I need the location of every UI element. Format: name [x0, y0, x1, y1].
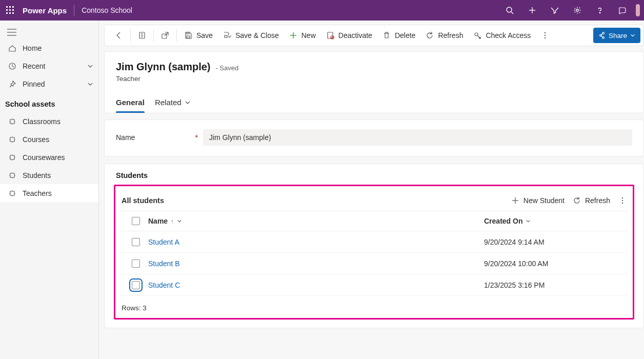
open-record-set-button[interactable] [133, 26, 151, 45]
subgrid-view-name[interactable]: All students [122, 196, 164, 205]
student-link[interactable]: Student C [148, 281, 180, 289]
svg-rect-25 [187, 36, 190, 38]
svg-rect-26 [187, 32, 189, 34]
required-indicator: * [195, 133, 198, 142]
refresh-icon [573, 196, 581, 205]
app-name: Power Apps [21, 6, 73, 15]
nav-courses[interactable]: Courses [0, 130, 98, 148]
table-row[interactable]: Student A 9/20/2024 9:14 AM [120, 231, 628, 253]
nav-recent-label: Recent [23, 62, 45, 70]
nav-item-label: Courses [23, 135, 49, 144]
more-vertical-icon [541, 31, 549, 39]
students-heading: Students [114, 169, 634, 185]
delete-label: Delete [395, 31, 415, 39]
delete-button[interactable]: Delete [377, 26, 420, 45]
svg-rect-4 [9, 9, 11, 11]
svg-point-39 [600, 34, 602, 36]
trash-icon [383, 31, 391, 39]
tab-general[interactable]: General [116, 94, 145, 113]
back-icon [115, 31, 123, 39]
nav-recent[interactable]: Recent [0, 57, 98, 75]
svg-rect-1 [9, 6, 11, 8]
row-checkbox[interactable] [125, 281, 147, 289]
students-subgrid-highlight: All students New Student Ref [114, 185, 634, 320]
nav-home[interactable]: Home [0, 39, 98, 57]
save-label: Save [196, 31, 213, 39]
new-student-button[interactable]: New Student [511, 196, 565, 205]
svg-point-38 [602, 32, 605, 34]
help-icon[interactable] [589, 0, 611, 21]
refresh-button[interactable]: Refresh [420, 26, 468, 45]
plus-icon [511, 196, 519, 205]
deactivate-button[interactable]: Deactivate [321, 26, 377, 45]
avatar[interactable] [636, 4, 640, 16]
home-icon [7, 44, 17, 52]
table-row[interactable]: Student C 1/23/2025 3:16 PM [120, 274, 628, 296]
puzzle-icon [7, 153, 17, 162]
tab-related[interactable]: Related [155, 94, 191, 113]
back-button[interactable] [110, 26, 128, 45]
subgrid-more-button[interactable] [618, 196, 627, 205]
puzzle-icon [7, 171, 17, 180]
select-all-checkbox[interactable] [125, 217, 147, 225]
save-button[interactable]: Save [179, 26, 218, 45]
assistant-icon[interactable] [611, 0, 634, 21]
deactivate-label: Deactivate [338, 31, 372, 39]
row-checkbox[interactable] [125, 260, 147, 268]
puzzle-icon [7, 135, 17, 144]
filter-icon[interactable] [544, 0, 566, 21]
created-on-cell: 1/23/2025 3:16 PM [484, 281, 628, 289]
save-close-label: Save & Close [235, 31, 279, 39]
app-launcher-icon[interactable] [0, 0, 21, 21]
students-section: Students All students New Student [104, 164, 644, 328]
svg-rect-6 [6, 12, 8, 14]
more-commands-button[interactable] [536, 26, 554, 45]
column-created-label: Created On [484, 217, 522, 225]
subgrid-refresh-label: Refresh [585, 196, 610, 205]
rows-count: 3 [143, 304, 147, 312]
student-link[interactable]: Student A [148, 238, 179, 246]
new-button[interactable]: New [284, 26, 321, 45]
svg-line-10 [511, 12, 513, 14]
svg-point-43 [622, 197, 623, 198]
add-icon[interactable] [521, 0, 544, 21]
check-access-icon [473, 31, 481, 39]
column-name-label: Name [148, 217, 168, 225]
record-set-icon [138, 31, 146, 39]
environment-name[interactable]: Contoso School [82, 6, 132, 14]
row-checkbox[interactable] [125, 238, 147, 246]
save-close-button[interactable]: Save & Close [218, 26, 284, 45]
nav-coursewares[interactable]: Coursewares [0, 148, 98, 166]
nav-pinned[interactable]: Pinned [0, 75, 98, 93]
nav-students[interactable]: Students [0, 166, 98, 184]
column-created-on[interactable]: Created On [484, 217, 628, 225]
name-label-text: Name [116, 133, 135, 142]
settings-icon[interactable] [566, 0, 589, 21]
new-student-label: New Student [524, 196, 565, 205]
nav-teachers[interactable]: Teachers [0, 184, 98, 202]
svg-rect-8 [12, 12, 14, 14]
puzzle-icon [7, 117, 17, 126]
tab-related-label: Related [155, 98, 182, 107]
check-access-button[interactable]: Check Access [468, 26, 536, 45]
form-tabs: General Related [116, 94, 632, 113]
topbar-divider [74, 5, 74, 16]
share-button[interactable]: Share [593, 28, 640, 43]
column-name[interactable]: Name ↑ [147, 217, 484, 225]
open-in-new-window-button[interactable] [156, 26, 174, 45]
student-link[interactable]: Student B [148, 260, 180, 268]
nav-pinned-label: Pinned [23, 80, 45, 88]
subgrid-refresh-button[interactable]: Refresh [573, 196, 610, 205]
chevron-down-icon [526, 218, 531, 224]
share-label: Share [609, 32, 627, 39]
nav-classrooms[interactable]: Classrooms [0, 112, 98, 130]
search-icon[interactable] [498, 0, 521, 21]
more-vertical-icon [618, 196, 627, 205]
hamburger-icon[interactable] [0, 24, 98, 39]
deactivate-icon [326, 31, 334, 39]
name-input[interactable] [203, 129, 632, 146]
table-row[interactable]: Student B 9/20/2024 10:00 AM [120, 253, 628, 274]
puzzle-icon [7, 189, 17, 197]
grid-footer: Rows: 3 [120, 296, 628, 312]
name-field-label: Name * [116, 133, 203, 142]
